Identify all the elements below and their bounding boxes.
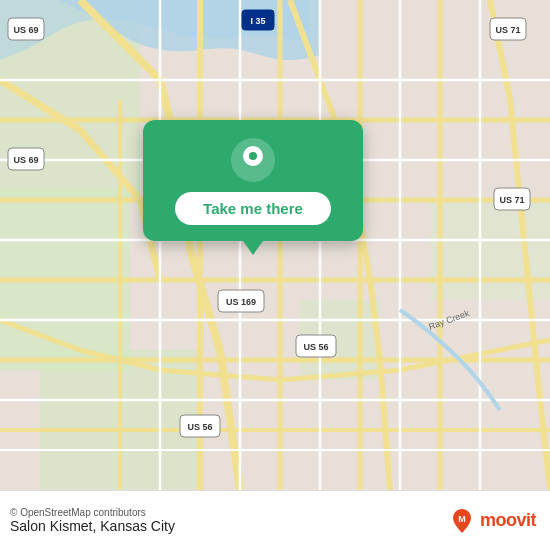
location-pin-icon	[231, 138, 275, 182]
moovit-logo: M moovit	[448, 507, 536, 535]
bottom-left-info: © OpenStreetMap contributors Salon Kisme…	[10, 507, 175, 534]
svg-text:M: M	[458, 514, 466, 524]
osm-attribution: © OpenStreetMap contributors	[10, 507, 175, 518]
svg-text:US 71: US 71	[499, 195, 524, 205]
location-name: Salon Kismet, Kansas City	[10, 518, 175, 534]
svg-text:US 169: US 169	[226, 297, 256, 307]
svg-rect-5	[430, 200, 550, 300]
svg-text:US 69: US 69	[13, 25, 38, 35]
moovit-icon: M	[448, 507, 476, 535]
svg-text:US 56: US 56	[187, 422, 212, 432]
bottom-bar: © OpenStreetMap contributors Salon Kisme…	[0, 490, 550, 550]
map-callout: Take me there	[143, 120, 363, 241]
svg-text:US 69: US 69	[13, 155, 38, 165]
map-container: US 69 US 69 I 35 I 35 US 169 US 71 US 71…	[0, 0, 550, 490]
moovit-brand-text: moovit	[480, 510, 536, 531]
svg-text:I 35: I 35	[250, 16, 265, 26]
svg-text:US 56: US 56	[303, 342, 328, 352]
take-me-there-button[interactable]: Take me there	[175, 192, 331, 225]
svg-point-49	[249, 152, 257, 160]
svg-text:US 71: US 71	[495, 25, 520, 35]
map-background: US 69 US 69 I 35 I 35 US 169 US 71 US 71…	[0, 0, 550, 490]
